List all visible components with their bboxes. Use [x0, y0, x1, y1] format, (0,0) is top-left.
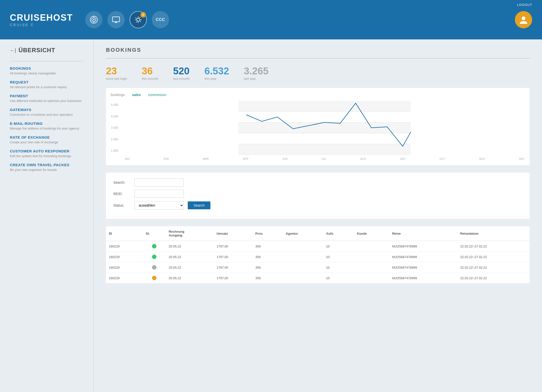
cell-reise: MJI25687478999: [389, 252, 457, 262]
monitor-icon: [112, 15, 120, 24]
sidebar-item-email-routing[interactable]: E-MAIL-ROUTING Manage the address of boo…: [10, 121, 84, 130]
stat-value-last-year: 3.265: [244, 66, 269, 76]
chart-tab-sales[interactable]: sales: [132, 93, 141, 97]
sidebar-item-gateways-title[interactable]: GATEWAYS: [10, 108, 84, 112]
page-title: BOOKINGS: [106, 47, 530, 53]
sidebar-item-customer-auto-responder-title[interactable]: CUSTOMER AUTO RESPONDER: [10, 149, 84, 153]
sidebar-item-customer-auto-responder[interactable]: CUSTOMER AUTO RESPONDER Edit the system …: [10, 149, 84, 158]
cell-status: [143, 241, 166, 252]
x-label-jan: JAN: [124, 157, 130, 160]
stat-label-last-month: last mounth: [173, 77, 189, 81]
stat-label-since-login: since last login: [106, 77, 127, 81]
chart-tab-bookings[interactable]: bookings: [111, 93, 125, 97]
col-header-agentur: Agentur: [283, 226, 323, 241]
reid-row: REID:: [113, 190, 522, 198]
cell-umsatz: 1797,00: [214, 273, 253, 283]
table-row[interactable]: 160229 20.05.22 1797,00 356 10 MJI256874…: [106, 241, 530, 252]
cell-agentur: [283, 241, 323, 252]
table-row[interactable]: 160229 20.05.22 1797,00 356 10 MJI256874…: [106, 252, 530, 262]
sidebar-item-request-title[interactable]: REQUEST: [10, 80, 84, 84]
svg-point-9: [522, 16, 525, 20]
cell-kunde: [354, 273, 389, 283]
cell-umsatz: 1797,00: [214, 241, 253, 252]
y-label-2000: 2.000: [111, 138, 122, 141]
logout-button[interactable]: LOGOUT: [517, 3, 532, 7]
settings-badge: 2: [140, 12, 146, 17]
x-label-jul: JUL: [322, 157, 326, 160]
chart-tab-commission[interactable]: commission: [148, 93, 166, 97]
cell-prov: 356: [252, 252, 283, 262]
sidebar-item-bookings-title[interactable]: BOOKINGS: [10, 66, 84, 70]
back-nav[interactable]: ←| ÜBERSICHT: [10, 47, 84, 54]
col-header-st: St.: [143, 226, 166, 241]
cell-rechnung: 20.05.22: [166, 262, 214, 273]
sidebar-item-rate-of-exchange[interactable]: RATE OF EXCHANGE Create your own rate of…: [10, 135, 84, 144]
sidebar-item-email-routing-title[interactable]: E-MAIL-ROUTING: [10, 121, 84, 126]
status-dot: [152, 244, 156, 248]
sidebar-item-payment[interactable]: PAYMENT Use different methodes to optimi…: [10, 94, 84, 103]
sidebar-item-rate-of-exchange-desc: Create your own rate of exchange: [10, 140, 84, 144]
sidebar-item-gateways-desc: Connection to cruiselines and tour opera…: [10, 113, 84, 116]
content-divider: [106, 58, 530, 59]
stat-last-year: 3.265 last year: [244, 66, 269, 81]
x-label-jun: JUN: [282, 157, 288, 160]
cell-aufs: 10: [323, 252, 354, 262]
cell-prov: 356: [252, 241, 283, 252]
nav-display[interactable]: [107, 11, 125, 28]
sidebar-item-create-own-travel-packes[interactable]: CREATE OWN TRAVEL PACKES Be your own org…: [10, 163, 84, 172]
col-header-id: ID: [106, 226, 143, 241]
header-nav: 2 CCC: [85, 11, 169, 28]
col-header-aufs: Aufs.: [323, 226, 354, 241]
x-label-mar: MAR: [203, 157, 209, 160]
status-dot: [152, 255, 156, 259]
table-row[interactable]: 160229 20.05.22 1797,00 356 10 MJI256874…: [106, 262, 530, 273]
sidebar-item-email-routing-desc: Manage the address of bookings for your …: [10, 127, 84, 130]
back-label: ÜBERSICHT: [18, 47, 55, 54]
col-header-reise: Reise: [389, 226, 457, 241]
cell-aufs: 10: [323, 241, 354, 252]
sidebar-item-rate-of-exchange-title[interactable]: RATE OF EXCHANGE: [10, 135, 84, 139]
svg-point-8: [137, 18, 140, 21]
cell-reise: MJI25687478999: [389, 262, 457, 273]
y-label-3000: 3.000: [111, 126, 122, 130]
status-select[interactable]: auswählen aktiv inaktiv storniert: [135, 201, 184, 210]
nav-settings[interactable]: 2: [130, 11, 147, 28]
search-button[interactable]: Search: [188, 201, 210, 209]
x-label-oct: OCT: [440, 157, 445, 160]
cell-kunde: [354, 262, 389, 273]
user-avatar[interactable]: [515, 11, 532, 28]
svg-rect-5: [113, 17, 120, 22]
sidebar-item-create-own-travel-packes-desc: Be your own organizer for travels: [10, 168, 84, 172]
x-label-sep: SEP: [400, 157, 406, 160]
logo-main: CRUISEHOST: [10, 13, 73, 23]
cell-prov: 356: [252, 262, 283, 273]
cell-status: [143, 252, 166, 262]
reid-label: REID:: [113, 192, 131, 196]
cell-id: 160229: [106, 273, 143, 283]
search-input[interactable]: [135, 179, 184, 186]
sidebar-item-bookings-desc: All bookings clearly manageable: [10, 71, 84, 75]
cell-id: 160229: [106, 241, 143, 252]
sidebar: ←| ÜBERSICHT BOOKINGS All bookings clear…: [0, 39, 94, 392]
bookings-table: ID St. RechnungAusgang Umsatz Prov. Agen…: [106, 226, 530, 283]
cell-rechnung: 20.05.22: [166, 252, 214, 262]
stat-this-month: 36 this mounth: [142, 66, 158, 81]
circle-target-icon: [89, 15, 98, 24]
cell-aufs: 10: [323, 262, 354, 273]
cell-reisedatum: 22.02.22–27.02.22: [457, 273, 530, 283]
reid-input[interactable]: [135, 190, 184, 198]
stat-value-this-month: 36: [142, 66, 158, 76]
sidebar-item-gateways[interactable]: GATEWAYS Connection to cruiselines and t…: [10, 108, 84, 116]
table-row[interactable]: 160229 20.05.22 1797,00 356 10 MJI256874…: [106, 273, 530, 283]
x-label-apr: APR: [243, 157, 248, 160]
col-header-umsatz: Umsatz: [214, 226, 253, 241]
sidebar-item-create-own-travel-packes-title[interactable]: CREATE OWN TRAVEL PACKES: [10, 163, 84, 167]
sidebar-item-request[interactable]: REQUEST All relevant points for a custom…: [10, 80, 84, 89]
nav-ccc[interactable]: CCC: [152, 11, 169, 28]
sidebar-item-bookings[interactable]: BOOKINGS All bookings clearly manageable: [10, 66, 84, 75]
nav-dashboard[interactable]: [85, 11, 102, 28]
sidebar-item-payment-title[interactable]: PAYMENT: [10, 94, 84, 98]
col-header-rechnung: RechnungAusgang: [166, 226, 214, 241]
stat-since-last-login: 23 since last login: [106, 66, 127, 81]
chart-svg: [124, 101, 525, 155]
